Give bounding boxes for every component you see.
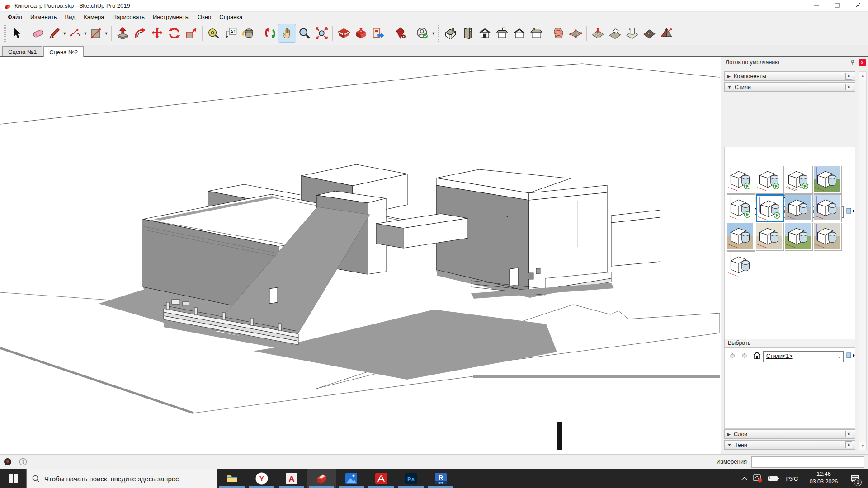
smoove-tool[interactable] [589,24,606,42]
style-thumb-xray[interactable] [785,166,813,194]
menu-draw[interactable]: Нарисовать [108,13,149,21]
section-layers[interactable]: ▶ Слои ✕ [724,429,855,439]
menu-window[interactable]: Окно [193,13,215,21]
details-arrow-icon[interactable] [846,207,854,215]
view-side-tool[interactable] [459,24,476,42]
menu-camera[interactable]: Камера [80,13,108,21]
language-indicator[interactable]: РУС [782,469,802,488]
taskbar-app-yandex[interactable]: Y [247,469,277,488]
section-layers-close-icon[interactable]: ✕ [845,431,852,437]
toolbar-drag-handle[interactable] [3,24,6,42]
taskbar-app-autocad[interactable]: A [277,469,307,488]
scene-tab-1[interactable]: Сцена №1 [2,46,42,56]
eraser-tool[interactable] [29,24,47,42]
move-tool[interactable] [148,24,165,42]
arc-tool-dropdown[interactable]: ▼ [83,24,88,42]
paint-bucket-tool[interactable] [239,24,256,42]
section-shadows[interactable]: ▼ Тени ✕ [724,440,855,450]
scroll-up-icon[interactable]: ▲ [859,72,866,79]
credits-info-icon[interactable] [19,458,27,467]
menu-help[interactable]: Справка [215,13,246,21]
style-thumb-default-white[interactable] [727,251,755,279]
rectangle-tool-dropdown[interactable]: ▼ [104,24,109,42]
scale-tool[interactable] [183,24,200,42]
section-shadows-close-icon[interactable]: ✕ [845,441,852,448]
taskbar-chevron-up-icon[interactable] [739,469,750,488]
drape-tool[interactable] [623,24,641,42]
scene-tab-2[interactable]: Сцена №2 [43,46,84,57]
menu-tools[interactable]: Инструменты [149,13,193,21]
style-thumb-shaded-light-sky[interactable] [814,194,842,222]
view-top-tool[interactable] [493,24,510,42]
taskbar-app-file-explorer[interactable] [217,469,247,488]
style-thumb-green-ground[interactable] [785,223,813,251]
geolocation-icon[interactable] [4,458,12,467]
taskbar-app-revit[interactable]: RRVT [426,469,456,488]
close-button[interactable] [847,0,868,12]
back-arrow-2-icon[interactable] [728,352,736,360]
style-thumb-sketchy-shaded[interactable] [727,194,755,222]
line-tool[interactable] [47,24,62,42]
details-arrow-2-icon[interactable] [846,352,854,359]
sync-status-icon[interactable] [751,469,764,488]
taskbar-app-sketchup[interactable] [307,469,336,488]
section-styles[interactable]: ▼ Стили ✕ [724,82,855,92]
style-thumb-shaded-sky[interactable] [785,194,813,222]
share-model-tool[interactable] [352,24,369,42]
terrain-from-scratch-tool[interactable] [567,24,584,42]
menu-edit[interactable]: Изменить [26,13,61,21]
style-thumb-beige[interactable] [756,223,784,251]
stamp-tool[interactable] [606,24,623,42]
style-thumb-hidden-line-current[interactable] [756,194,784,222]
send-to-layout-tool[interactable] [369,24,387,42]
view-front-tool[interactable] [476,24,493,42]
tray-scrollbar[interactable]: ▲ ▼ [859,71,867,450]
account-dropdown[interactable]: ▼ [431,24,436,42]
account-tool[interactable] [414,24,431,42]
view-iso-tool[interactable] [442,24,459,42]
follow-me-tool[interactable] [131,24,148,42]
viewport-3d[interactable] [0,57,721,454]
taskbar-clock[interactable]: 12:46 03.03.2026 [805,470,843,486]
style-thumb-hidden-line[interactable] [727,166,755,194]
3d-warehouse-tool[interactable] [335,24,352,42]
rotate-tool[interactable] [165,24,183,42]
menu-file[interactable]: Файл [4,13,26,21]
style-thumb-sky-tan-ground[interactable] [727,223,755,251]
minimize-button[interactable] [806,0,826,12]
start-button[interactable] [0,469,26,488]
tray-close-button[interactable]: x [859,59,866,66]
toolbar-drag-handle-2[interactable] [438,24,440,42]
rectangle-tool[interactable] [88,24,104,42]
text-tool[interactable]: A1 [222,24,239,42]
view-back-tool[interactable] [528,24,545,42]
style-thumb-gray-sky-tan[interactable] [814,223,842,251]
maximize-button[interactable] [826,0,847,12]
tape-measure-tool[interactable] [205,24,222,42]
line-tool-dropdown[interactable]: ▼ [62,24,67,42]
pan-tool[interactable] [278,24,296,42]
taskbar-app-acrobat[interactable] [366,469,396,488]
taskbar-app-photos[interactable] [336,469,366,488]
section-components[interactable]: ▶ Компоненты ✕ [724,71,855,81]
orbit-tool[interactable] [261,24,278,42]
section-styles-close-icon[interactable]: ✕ [845,84,852,90]
action-center-icon[interactable]: 1 [844,469,865,488]
scroll-down-icon[interactable]: ▼ [859,442,866,450]
section-components-close-icon[interactable]: ✕ [845,73,852,80]
secondary-styles-select[interactable]: Стили<1>⌄ [763,351,844,362]
pin-icon[interactable] [849,59,856,66]
menu-view[interactable]: Вид [61,13,80,21]
zoom-tool[interactable] [296,24,313,42]
terrain-from-contours-tool[interactable] [550,24,567,42]
home-2-icon[interactable] [753,351,760,359]
flip-edge-tool[interactable] [658,24,675,42]
zoom-extents-tool[interactable] [313,24,330,42]
add-detail-tool[interactable] [641,24,658,42]
arc-tool[interactable] [67,24,83,42]
select-tool[interactable] [7,24,24,42]
style-thumb-architectural-green[interactable] [814,166,842,194]
view-front-2-tool[interactable] [510,24,528,42]
forward-arrow-2-icon[interactable] [741,352,749,360]
style-thumb-hidden-line-white[interactable] [756,166,784,194]
